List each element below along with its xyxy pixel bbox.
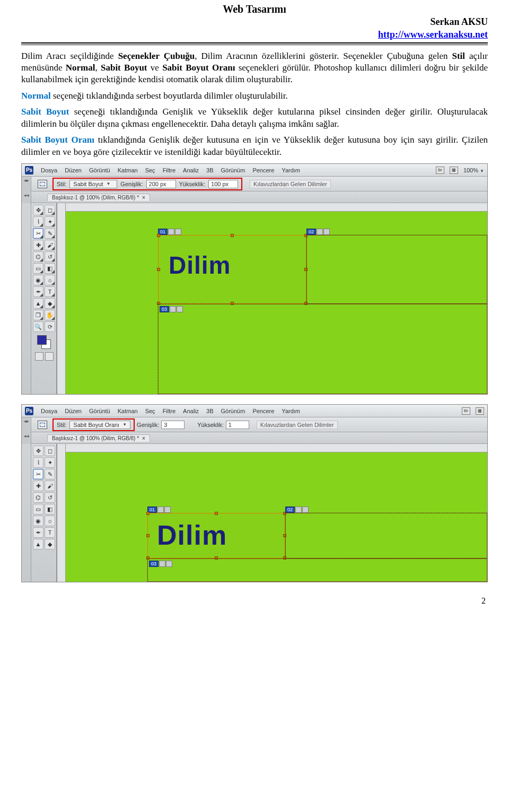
- type-tool-icon[interactable]: T: [45, 286, 55, 297]
- type-tool-icon[interactable]: T: [45, 527, 55, 538]
- lasso-tool-icon[interactable]: ⌇: [33, 216, 43, 227]
- slice-03[interactable]: 03: [158, 304, 487, 394]
- stil-dropdown[interactable]: Sabit Boyut ▼: [69, 180, 117, 188]
- healing-tool-icon[interactable]: ✚: [33, 240, 43, 250]
- zoom-tool-icon[interactable]: 🔍: [33, 321, 43, 332]
- zoom-level[interactable]: 100% ▼: [463, 167, 484, 173]
- hand-tool-icon[interactable]: ✋: [45, 310, 55, 320]
- menu-3b[interactable]: 3B: [206, 408, 213, 414]
- menu-filtre[interactable]: Filtre: [163, 167, 175, 173]
- slice-tool-icon[interactable]: ✂: [33, 228, 43, 239]
- quickselect-tool-icon[interactable]: ✦: [45, 457, 55, 468]
- menu-pencere[interactable]: Pencere: [252, 167, 274, 173]
- slice-handle[interactable]: [157, 234, 160, 237]
- arrange-docs-icon[interactable]: ▦: [450, 167, 458, 174]
- guides-slices-button[interactable]: Kılavuzlardan Gelen Dilimler: [257, 421, 338, 429]
- arrange-docs-icon[interactable]: ▦: [476, 407, 484, 415]
- marquee-tool-icon[interactable]: ◻: [45, 446, 55, 456]
- collapse-handle[interactable]: ◂◂: [22, 191, 31, 203]
- menu-dosya[interactable]: Dosya: [41, 408, 57, 414]
- shape-tool-icon[interactable]: ◆: [45, 298, 55, 309]
- stil-dropdown[interactable]: Sabit Boyut Oranı ▼: [69, 421, 130, 429]
- blur-tool-icon[interactable]: ◉: [33, 516, 43, 526]
- move-tool-icon[interactable]: ✥: [33, 205, 43, 215]
- menu-duzen[interactable]: Düzen: [65, 167, 82, 173]
- genislik-input[interactable]: 3: [161, 421, 185, 429]
- color-swatch[interactable]: [33, 333, 55, 349]
- gradient-tool-icon[interactable]: ◧: [45, 504, 55, 514]
- ps-canvas[interactable]: 01 02: [57, 444, 487, 582]
- menu-gorunum[interactable]: Görünüm: [221, 408, 245, 414]
- move-tool-icon[interactable]: ✥: [33, 446, 43, 456]
- quickselect-tool-icon[interactable]: ✦: [45, 216, 55, 227]
- collapse-handle[interactable]: ◂▸: [22, 177, 31, 191]
- collapse-column[interactable]: [22, 203, 31, 394]
- bridge-button[interactable]: Br: [436, 167, 444, 174]
- history-brush-icon[interactable]: ↺: [45, 251, 55, 262]
- screen-mode-icons[interactable]: [33, 350, 55, 361]
- slice-02[interactable]: 02: [285, 513, 487, 558]
- menu-sec[interactable]: Seç: [145, 167, 155, 173]
- menu-yardim[interactable]: Yardım: [282, 408, 300, 414]
- brush-tool-icon[interactable]: 🖌: [45, 481, 55, 491]
- menu-dosya[interactable]: Dosya: [41, 167, 57, 173]
- lasso-tool-icon[interactable]: ⌇: [33, 457, 43, 468]
- slice-handle[interactable]: [146, 512, 150, 515]
- document-tab[interactable]: Başlıksız-1 @ 100% (Dilim, RGB/8) * ×: [47, 434, 150, 442]
- menu-3b[interactable]: 3B: [206, 167, 213, 173]
- menu-yardim[interactable]: Yardım: [282, 167, 300, 173]
- menu-filtre[interactable]: Filtre: [163, 408, 175, 414]
- menu-katman[interactable]: Katman: [118, 167, 138, 173]
- stamp-tool-icon[interactable]: ⌬: [33, 492, 43, 503]
- rotate-tool-icon[interactable]: ⟳: [45, 321, 55, 332]
- slice-handle[interactable]: [146, 534, 150, 537]
- collapse-handle[interactable]: ◂◂: [22, 432, 31, 444]
- document-tab[interactable]: Başlıksız-1 @ 100% (Dilim, RGB/8) * ×: [47, 194, 150, 201]
- pen-tool-icon[interactable]: ✒: [33, 527, 43, 538]
- stamp-tool-icon[interactable]: ⌬: [33, 251, 43, 262]
- marquee-tool-icon[interactable]: ◻: [45, 205, 55, 215]
- close-icon[interactable]: ×: [142, 195, 145, 200]
- slice-02[interactable]: 02: [306, 235, 487, 304]
- menu-duzen[interactable]: Düzen: [65, 408, 82, 414]
- dodge-tool-icon[interactable]: ☼: [45, 516, 55, 526]
- yukseklik-input[interactable]: 1: [226, 421, 249, 429]
- eraser-tool-icon[interactable]: ▭: [33, 263, 43, 274]
- author-url[interactable]: http://www.serkanaksu.net: [378, 29, 488, 40]
- eraser-tool-icon[interactable]: ▭: [33, 504, 43, 514]
- collapse-handle[interactable]: ◂▸: [22, 417, 31, 432]
- slice-03[interactable]: 03: [147, 558, 487, 582]
- bridge-button[interactable]: Br: [462, 407, 470, 415]
- menu-goruntu[interactable]: Görüntü: [89, 408, 110, 414]
- blur-tool-icon[interactable]: ◉: [33, 275, 43, 285]
- shape-tool-icon[interactable]: ◆: [45, 539, 55, 549]
- slice-handle[interactable]: [157, 268, 160, 271]
- menu-katman[interactable]: Katman: [118, 408, 138, 414]
- menu-analiz[interactable]: Analiz: [183, 167, 199, 173]
- guides-slices-button[interactable]: Kılavuzlardan Gelen Dilimler: [250, 180, 331, 188]
- gradient-tool-icon[interactable]: ◧: [45, 263, 55, 274]
- history-brush-icon[interactable]: ↺: [45, 492, 55, 503]
- menu-pencere[interactable]: Pencere: [252, 408, 274, 414]
- genislik-input[interactable]: 200 px: [146, 180, 176, 188]
- path-select-icon[interactable]: ▲: [33, 298, 43, 309]
- path-select-icon[interactable]: ▲: [33, 539, 43, 549]
- menu-analiz[interactable]: Analiz: [183, 408, 199, 414]
- menu-sec[interactable]: Seç: [145, 408, 155, 414]
- yukseklik-input[interactable]: 100 px: [208, 180, 238, 188]
- dodge-tool-icon[interactable]: ☼: [45, 275, 55, 285]
- slice-tool-icon[interactable]: ✂: [33, 469, 43, 479]
- menu-gorunum[interactable]: Görünüm: [221, 167, 245, 173]
- eyedropper-tool-icon[interactable]: ✎: [45, 228, 55, 239]
- pen-tool-icon[interactable]: ✒: [33, 286, 43, 297]
- close-icon[interactable]: ×: [142, 435, 145, 441]
- 3d-tool-icon[interactable]: ❒: [33, 310, 43, 320]
- menu-goruntu[interactable]: Görüntü: [89, 167, 110, 173]
- healing-tool-icon[interactable]: ✚: [33, 481, 43, 491]
- slice-handle[interactable]: [231, 234, 234, 237]
- slice-handle[interactable]: [215, 512, 218, 515]
- ps-canvas[interactable]: 01 02: [57, 203, 487, 394]
- collapse-column[interactable]: [22, 444, 31, 582]
- eyedropper-tool-icon[interactable]: ✎: [45, 469, 55, 479]
- brush-tool-icon[interactable]: 🖌: [45, 240, 55, 250]
